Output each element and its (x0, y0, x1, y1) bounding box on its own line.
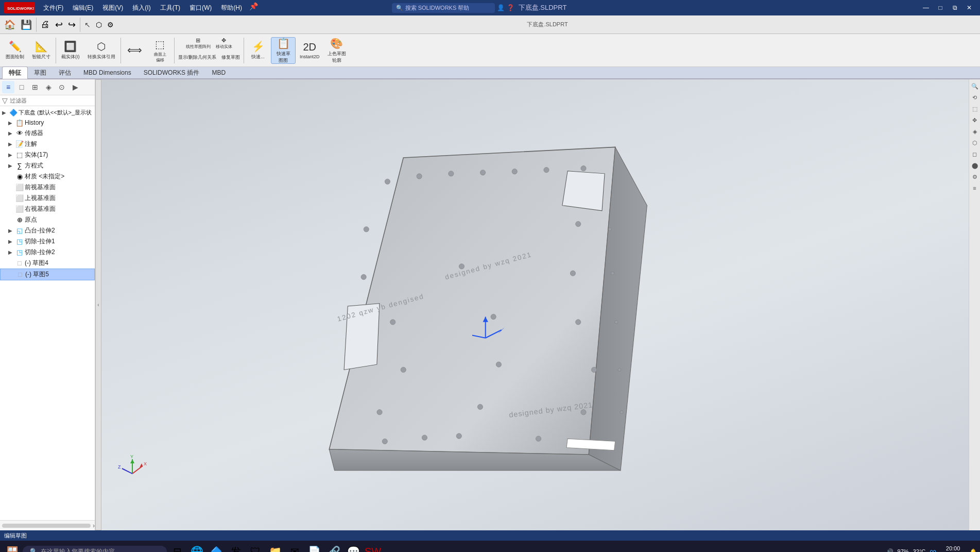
right-rotate-icon[interactable]: ⟲ (970, 93, 979, 102)
tree-item-history[interactable]: ▶ 📋 History (0, 118, 95, 128)
sensors-expand-arrow[interactable]: ▶ (8, 130, 14, 136)
boss-extrude2-arrow[interactable]: ▶ (8, 228, 14, 233)
undo-icon[interactable]: ↩ (53, 18, 65, 31)
display-manager-icon[interactable]: ⊙ (56, 81, 68, 93)
convert-entity-button[interactable]: ⬡ 转换实体引用 (84, 37, 119, 64)
user-icon[interactable]: 👤 (497, 4, 505, 11)
tree-item-bodies[interactable]: ▶ ⬚ 实体(17) (0, 149, 95, 160)
tab-sketch[interactable]: 草图 (28, 67, 53, 79)
quick-sketch-button[interactable]: 📋 快速草图图 (271, 37, 296, 64)
history-expand-arrow[interactable]: ▶ (8, 120, 14, 126)
tree-item-sketch4[interactable]: ▶ □ (-) 草图4 (0, 258, 95, 269)
linear-array-button[interactable]: ⊞ 线性草图阵列 (184, 37, 213, 50)
feature-tree-icon[interactable]: ≡ (2, 81, 14, 93)
tree-item-boss-extrude2[interactable]: ▶ ◱ 凸台-拉伸2 (0, 225, 95, 236)
right-dim-icon[interactable]: ◈ (970, 127, 979, 136)
surface-offset-button[interactable]: ⬚ 曲面上偏移 (148, 37, 173, 64)
home-icon[interactable]: 🏠 (2, 18, 18, 31)
app-antivirus-icon[interactable]: 🛡 (246, 542, 265, 552)
more-icon[interactable]: ▶ (69, 81, 81, 93)
smart-dim-button[interactable]: 📐 智能尺寸 (28, 37, 54, 64)
tree-item-sketch5[interactable]: ▶ □ (-) 草图5 (0, 269, 95, 280)
root-expand-arrow[interactable]: ▶ (2, 110, 8, 115)
right-zoom-icon[interactable]: ⬚ (970, 104, 979, 113)
save-icon[interactable]: 💾 (19, 18, 34, 31)
config-manager-icon[interactable]: ⊞ (29, 81, 41, 93)
tree-item-annotations[interactable]: ▶ 📝 注解 (0, 139, 95, 149)
tree-item-cut-extrude1[interactable]: ▶ ◳ 切除-拉伸1 (0, 236, 95, 247)
move-entity-button[interactable]: ✥ 移动实体 (214, 37, 234, 50)
redo-icon[interactable]: ↪ (66, 18, 78, 31)
datetime[interactable]: 20:00 2021/7/15 (940, 545, 966, 552)
right-settings-icon[interactable]: ⚙ (970, 172, 979, 181)
tree-item-equations[interactable]: ▶ ∑ 方程式 (0, 160, 95, 171)
instant2d-button[interactable]: 2D Instant2D (296, 37, 323, 64)
app-files-icon[interactable]: 📁 (266, 542, 284, 552)
taskview-icon[interactable]: ⊟ (168, 542, 186, 552)
right-pan-icon[interactable]: ✥ (970, 115, 979, 125)
color-sketch-button[interactable]: 🎨 上色草图轮廓 (324, 37, 350, 64)
tab-sw-plugins[interactable]: SOLIDWORKS 插件 (137, 67, 206, 79)
panel-collapse-handle[interactable]: ‹ (95, 79, 101, 530)
right-view-icon[interactable]: ⬤ (970, 161, 979, 170)
menu-view[interactable]: 视图(V) (98, 2, 127, 14)
app-mail-icon[interactable]: ✉ (285, 542, 304, 552)
viewport[interactable]: designed by wzq 2021 designed by wzq 202… (101, 79, 969, 530)
menu-tools[interactable]: 工具(T) (156, 2, 184, 14)
search-box[interactable]: 🔍 搜索 SOLIDWORKS 帮助 (392, 3, 495, 13)
tree-item-front-plane[interactable]: ▶ ⬜ 前视基准面 (0, 182, 95, 193)
tab-evaluate[interactable]: 评估 (53, 67, 77, 79)
minimize-button[interactable]: — (919, 3, 933, 13)
speaker-icon[interactable]: 🔊 (886, 548, 893, 553)
draw-sketch-button[interactable]: ✏️ 图面绘制 (2, 37, 28, 64)
tree-item-origin[interactable]: ▶ ⊕ 原点 (0, 214, 95, 225)
tree-item-sensors[interactable]: ▶ 👁 传感器 (0, 128, 95, 139)
settings-icon[interactable]: ⚙ (105, 20, 116, 30)
repair-sketch-button[interactable]: 修复草图 (219, 51, 242, 64)
tree-root[interactable]: ▶ 🔷 下底盘 (默认<<默认>_显示状 (0, 107, 95, 118)
view3d-icon[interactable]: ⬡ (94, 20, 104, 30)
quick-snap-button[interactable]: ⚡ 快速... (246, 37, 270, 64)
tab-mbd-dimensions[interactable]: MBD Dimensions (77, 68, 137, 78)
horizontal-scrollbar[interactable] (2, 524, 91, 528)
bodies-expand-arrow[interactable]: ▶ (8, 152, 14, 158)
menu-insert[interactable]: 插入(I) (128, 2, 154, 14)
scroll-right-arrow[interactable]: › (93, 522, 95, 529)
help-icon[interactable]: ❓ (507, 4, 514, 11)
maximize-button[interactable]: □ (934, 3, 947, 13)
pin-icon[interactable]: 📌 (249, 2, 258, 14)
start-button[interactable]: 🪟 (3, 542, 22, 552)
cut-extrude2-arrow[interactable]: ▶ (8, 249, 14, 255)
browser-chrome-icon[interactable]: 🌐 (187, 542, 206, 552)
tree-item-material[interactable]: ▶ ◉ 材质 <未指定> (0, 171, 95, 182)
tree-item-top-plane[interactable]: ▶ ⬜ 上视基准面 (0, 193, 95, 204)
close-button[interactable]: ✕ (962, 3, 976, 13)
property-manager-icon[interactable]: □ (15, 81, 28, 93)
tab-mbd[interactable]: MBD (205, 68, 232, 78)
right-search-icon[interactable]: 🔍 (970, 81, 979, 91)
browser-edge-icon[interactable]: 🔷 (207, 542, 226, 552)
equations-expand-arrow[interactable]: ▶ (8, 163, 14, 169)
convert-solid-button[interactable]: 🔲 截实体(I) (58, 37, 83, 64)
filter-icon[interactable]: ▽ (2, 96, 8, 105)
app-solidworks-icon[interactable]: SW (364, 542, 382, 552)
app-cisco-icon[interactable]: 🔗 (324, 542, 343, 552)
tree-item-cut-extrude2[interactable]: ▶ ◳ 切除-拉伸2 (0, 247, 95, 258)
right-rect-icon[interactable]: ◻ (970, 149, 979, 159)
equal-width-button[interactable]: ⟺ (123, 37, 147, 64)
right-hex-icon[interactable]: ⬡ (970, 138, 979, 147)
menu-window[interactable]: 窗口(W) (185, 2, 216, 14)
restore-button[interactable]: ⧉ (948, 3, 961, 13)
right-more-icon[interactable]: ≡ (970, 183, 979, 193)
tab-features[interactable]: 特征 (2, 66, 28, 79)
taskbar-search-box[interactable]: 🔍 在这里输入您要搜索的内容 (23, 546, 167, 553)
app-pdf-icon[interactable]: 📄 (305, 542, 323, 552)
tree-item-right-plane[interactable]: ▶ ⬜ 右视基准面 (0, 204, 95, 214)
menu-help[interactable]: 帮助(H) (217, 2, 246, 14)
dim-expert-icon[interactable]: ◈ (42, 81, 55, 93)
show-delete-button[interactable]: 显示/删除几何关系 (176, 51, 219, 64)
app-wechat-icon[interactable]: 💬 (344, 542, 363, 552)
annotations-expand-arrow[interactable]: ▶ (8, 141, 14, 147)
menu-file[interactable]: 文件(F) (39, 2, 67, 14)
cursor-icon[interactable]: ↖ (82, 20, 93, 30)
